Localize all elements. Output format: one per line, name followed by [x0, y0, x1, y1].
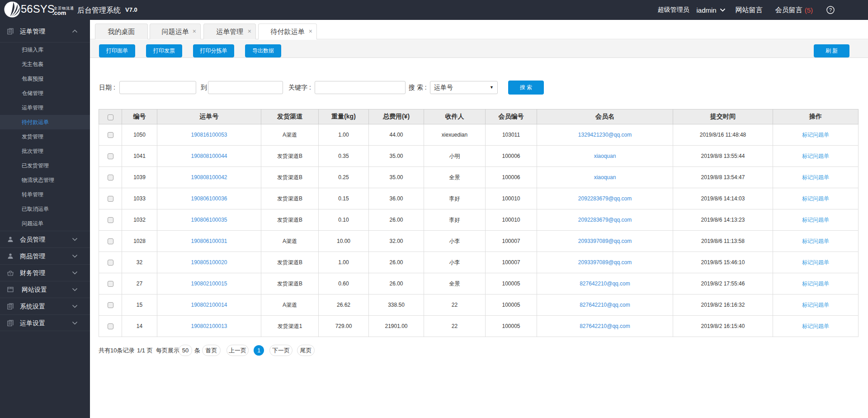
svg-text:?: ?: [829, 7, 832, 13]
